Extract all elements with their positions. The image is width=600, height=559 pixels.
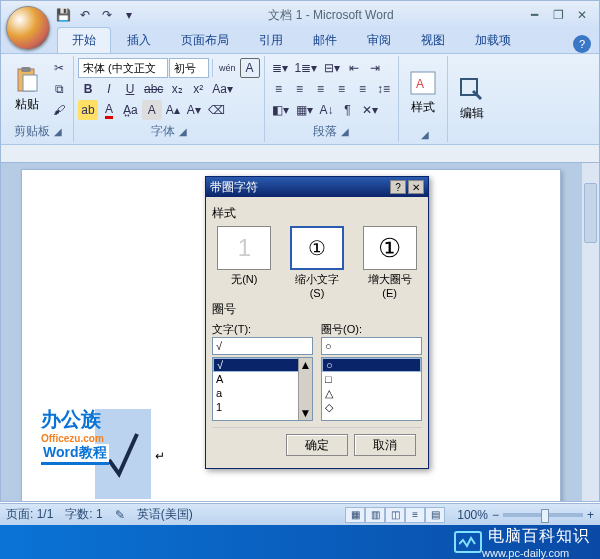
tab-insert[interactable]: 插入 [113, 28, 165, 53]
grow-font-button[interactable]: A▴ [163, 100, 183, 120]
align-left-button[interactable]: ≡ [269, 79, 289, 99]
char-scaling-button[interactable]: A͍a [120, 100, 141, 120]
strike-button[interactable]: abc [141, 79, 166, 99]
horizontal-ruler[interactable] [1, 145, 599, 163]
svg-text:A: A [416, 77, 424, 91]
font-name-select[interactable]: 宋体 (中文正文 [78, 58, 168, 78]
qat-more[interactable]: ▾ [119, 5, 139, 25]
tab-home[interactable]: 开始 [57, 27, 111, 53]
bold-button[interactable]: B [78, 79, 98, 99]
redo-button[interactable]: ↷ [97, 5, 117, 25]
vertical-scrollbar[interactable] [581, 163, 599, 501]
clear-format-button[interactable]: ⌫ [205, 100, 228, 120]
copy-button[interactable]: ⧉ [49, 79, 69, 99]
status-words[interactable]: 字数: 1 [65, 506, 102, 523]
font-color-button[interactable]: A [99, 100, 119, 120]
paste-button[interactable]: 粘贴 [7, 58, 47, 121]
ring-input[interactable] [321, 337, 422, 355]
status-insert-icon[interactable]: ✎ [115, 508, 125, 522]
highlight-button[interactable]: ab [78, 100, 98, 120]
shrink-font-button[interactable]: A▾ [184, 100, 204, 120]
list-item[interactable]: ◇ [322, 400, 421, 414]
multilevel-button[interactable]: ⊟▾ [321, 58, 343, 78]
font-size-select[interactable]: 初号 [169, 58, 209, 78]
status-page[interactable]: 页面: 1/1 [6, 506, 53, 523]
shading-button[interactable]: ◧▾ [269, 100, 292, 120]
list-item[interactable]: □ [322, 372, 421, 386]
dialog-titlebar[interactable]: 带圈字符 ? ✕ [206, 177, 428, 197]
text-input[interactable] [212, 337, 313, 355]
align-right-button[interactable]: ≡ [311, 79, 331, 99]
view-buttons: ▦ ▥ ◫ ≡ ▤ [345, 507, 445, 523]
font-launcher[interactable]: ◢ [179, 126, 187, 137]
monitor-icon [454, 531, 482, 553]
cancel-button[interactable]: 取消 [354, 434, 416, 456]
justify-button[interactable]: ≡ [332, 79, 352, 99]
view-outline[interactable]: ≡ [405, 507, 425, 523]
editing-button[interactable]: 编辑 [452, 58, 492, 138]
group-font: 宋体 (中文正文 初号 wén A B I U abc x₂ x² Aa▾ ab [74, 56, 265, 142]
dialog-help-button[interactable]: ? [390, 180, 406, 194]
status-language[interactable]: 英语(美国) [137, 506, 193, 523]
view-print-layout[interactable]: ▦ [345, 507, 365, 523]
zoom-percent[interactable]: 100% [457, 508, 488, 522]
style-section-label: 样式 [212, 205, 422, 222]
char-border-button[interactable]: A [240, 58, 260, 78]
tab-mailings[interactable]: 邮件 [299, 28, 351, 53]
decrease-indent-button[interactable]: ⇤ [344, 58, 364, 78]
tab-addins[interactable]: 加载项 [461, 28, 525, 53]
cut-button[interactable]: ✂ [49, 58, 69, 78]
align-center-button[interactable]: ≡ [290, 79, 310, 99]
subscript-button[interactable]: x₂ [167, 79, 187, 99]
tab-view[interactable]: 视图 [407, 28, 459, 53]
list-scrollbar[interactable]: ▲▼ [298, 358, 312, 420]
view-full-reading[interactable]: ▥ [365, 507, 385, 523]
zoom-in-button[interactable]: + [587, 508, 594, 522]
close-button[interactable]: ✕ [571, 6, 593, 24]
dialog-close-button[interactable]: ✕ [408, 180, 424, 194]
view-web[interactable]: ◫ [385, 507, 405, 523]
styles-button[interactable]: A 样式 [403, 58, 443, 127]
zoom-out-button[interactable]: − [492, 508, 499, 522]
show-marks-button[interactable]: ¶ [338, 100, 358, 120]
italic-button[interactable]: I [99, 79, 119, 99]
view-draft[interactable]: ▤ [425, 507, 445, 523]
undo-button[interactable]: ↶ [75, 5, 95, 25]
site-watermark: 电脑百科知识 www.pc-daily.com [0, 525, 600, 559]
paragraph-launcher[interactable]: ◢ [341, 126, 349, 137]
ring-listbox[interactable]: ○ □ △ ◇ [321, 357, 422, 421]
tab-references[interactable]: 引用 [245, 28, 297, 53]
line-spacing-button[interactable]: ↕≡ [374, 79, 394, 99]
list-item[interactable]: ○ [322, 358, 421, 372]
change-case-button[interactable]: Aa▾ [209, 79, 236, 99]
format-painter-button[interactable]: 🖌 [49, 100, 69, 120]
save-button[interactable]: 💾 [53, 5, 73, 25]
scroll-thumb[interactable] [584, 183, 597, 243]
restore-button[interactable]: ❐ [547, 6, 569, 24]
phonetic-guide-button[interactable]: wén [216, 58, 239, 78]
numbering-button[interactable]: 1≣▾ [292, 58, 321, 78]
help-button[interactable]: ? [573, 35, 591, 53]
clipboard-launcher[interactable]: ◢ [54, 126, 62, 137]
minimize-button[interactable]: ━ [523, 6, 545, 24]
superscript-button[interactable]: x² [188, 79, 208, 99]
style-enlarge[interactable]: ① 增大圈号(E) [361, 226, 419, 299]
style-shrink[interactable]: ① 缩小文字(S) [288, 226, 346, 299]
increase-indent-button[interactable]: ⇥ [365, 58, 385, 78]
underline-button[interactable]: U [120, 79, 140, 99]
styles-launcher[interactable]: ◢ [421, 129, 429, 140]
zoom-slider[interactable] [503, 513, 583, 517]
tab-layout[interactable]: 页面布局 [167, 28, 243, 53]
text-listbox[interactable]: √ A a 1 ▲▼ [212, 357, 313, 421]
list-item[interactable]: △ [322, 386, 421, 400]
office-button[interactable] [6, 6, 50, 50]
bullets-button[interactable]: ≣▾ [269, 58, 291, 78]
sort-button[interactable]: A↓ [317, 100, 337, 120]
asian-layout-button[interactable]: ✕▾ [359, 100, 381, 120]
style-none[interactable]: 1 无(N) [215, 226, 273, 299]
char-shading-button[interactable]: A [142, 100, 162, 120]
ok-button[interactable]: 确定 [286, 434, 348, 456]
distribute-button[interactable]: ≡ [353, 79, 373, 99]
borders-button[interactable]: ▦▾ [293, 100, 316, 120]
tab-review[interactable]: 审阅 [353, 28, 405, 53]
